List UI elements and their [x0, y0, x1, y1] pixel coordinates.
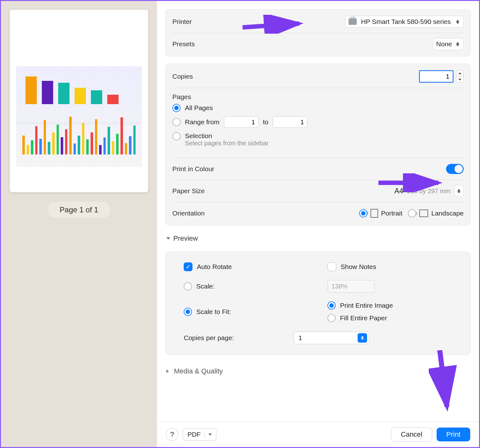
checkbox-icon: [327, 262, 336, 271]
portrait-icon: [371, 209, 378, 218]
chevron-down-icon: [166, 237, 170, 240]
stepper-up[interactable]: [456, 70, 463, 77]
printer-label: Printer: [172, 18, 192, 25]
fill-entire-paper-option[interactable]: Fill Entire Paper: [327, 314, 459, 322]
printer-value: HP Smart Tank 580-590 series: [361, 18, 451, 25]
copies-per-page-select[interactable]: 1: [294, 332, 369, 344]
pages-selection-label: Selection: [185, 132, 269, 140]
stepper-down[interactable]: [456, 77, 463, 83]
orientation-portrait-label: Portrait: [381, 210, 403, 217]
pages-all-option[interactable]: All Pages: [172, 104, 464, 112]
chevron-right-icon: [166, 369, 171, 373]
presets-row: Presets None: [172, 33, 464, 55]
radio-icon: [184, 282, 192, 290]
updown-icon: [358, 333, 367, 343]
show-notes-option[interactable]: Show Notes: [327, 262, 459, 271]
media-quality-title: Media & Quality: [174, 367, 223, 375]
show-notes-label: Show Notes: [341, 263, 376, 271]
auto-rotate-option[interactable]: ✓ Auto Rotate: [184, 262, 315, 271]
scale-to-fit-option[interactable]: Scale to Fit:: [184, 308, 315, 316]
landscape-icon: [419, 210, 428, 217]
copies-per-page-row: Copies per page: 1: [184, 332, 459, 344]
orientation-landscape-label: Landscape: [431, 210, 464, 217]
scale-label: Scale:: [196, 283, 215, 290]
preview-sidebar: Page 1 of 1: [1, 1, 157, 447]
pages-range-option[interactable]: Range from to: [172, 116, 464, 128]
radio-icon: [359, 209, 367, 217]
print-entire-image-option[interactable]: Print Entire Image: [327, 301, 459, 310]
paper-size-label: Paper Size: [172, 187, 205, 195]
range-to-input[interactable]: [273, 116, 307, 128]
fill-entire-paper-label: Fill Entire Paper: [340, 314, 387, 322]
pages-selection-option[interactable]: Selection Select pages from the sidebar: [172, 132, 464, 147]
preview-panel: ✓ Auto Rotate Show Notes Scale: Scale to…: [165, 251, 471, 355]
svg-line-2: [440, 350, 447, 407]
preview-image: [16, 66, 142, 167]
presets-label: Presets: [172, 40, 195, 48]
radio-icon: [172, 104, 181, 112]
page-indicator: Page 1 of 1: [47, 202, 110, 218]
printer-row: Printer HP Smart Tank 580-590 series: [172, 11, 464, 33]
page-options-panel: Copies Pages All Pages: [165, 64, 471, 226]
copies-per-page-value: 1: [299, 334, 302, 342]
printer-select[interactable]: HP Smart Tank 580-590 series: [345, 16, 464, 28]
scale-to-fit-label: Scale to Fit:: [196, 308, 231, 316]
updown-icon: [455, 20, 460, 24]
copies-stepper[interactable]: [456, 70, 464, 83]
pages-row: Pages All Pages Range from to: [172, 88, 464, 158]
copies-label: Copies: [172, 73, 193, 80]
preview-section-title: Preview: [173, 234, 198, 243]
orientation-landscape-option[interactable]: Landscape: [408, 209, 464, 217]
radio-icon: [184, 308, 192, 316]
pages-range-from-label: Range from: [185, 118, 220, 126]
scale-option[interactable]: Scale:: [184, 282, 315, 290]
copies-input[interactable]: [419, 70, 454, 83]
orientation-row: Orientation Portrait Landscape: [172, 202, 464, 224]
pages-all-label: All Pages: [185, 104, 213, 112]
updown-icon: [455, 42, 460, 46]
print-button[interactable]: Print: [437, 428, 470, 441]
annotation-arrow-icon: [243, 15, 305, 34]
pages-selection-hint: Select pages from the sidebar: [185, 140, 269, 147]
annotation-arrow-icon: [429, 350, 457, 413]
pdf-menu-button[interactable]: PDF: [183, 428, 216, 441]
annotation-arrow-icon: [378, 173, 444, 192]
paper-size-select[interactable]: [454, 185, 464, 197]
pdf-label: PDF: [187, 431, 201, 438]
orientation-portrait-option[interactable]: Portrait: [359, 209, 403, 218]
preview-section-toggle[interactable]: Preview: [165, 232, 471, 244]
presets-value: None: [436, 40, 452, 48]
scale-input[interactable]: [327, 280, 375, 293]
radio-icon: [172, 132, 181, 140]
radio-icon: [327, 314, 336, 322]
print-dialog: Page 1 of 1 Printer HP Smart Tank 580-59…: [0, 0, 480, 448]
print-entire-image-label: Print Entire Image: [340, 302, 393, 309]
printer-presets-panel: Printer HP Smart Tank 580-590 series Pre…: [165, 9, 471, 57]
svg-line-0: [243, 24, 299, 27]
presets-select[interactable]: None: [433, 38, 464, 50]
radio-icon: [172, 118, 181, 126]
chevron-down-icon: [209, 434, 212, 435]
print-colour-label: Print in Colour: [172, 165, 214, 173]
cancel-button[interactable]: Cancel: [391, 428, 432, 441]
pages-range-to-label: to: [263, 118, 269, 126]
auto-rotate-label: Auto Rotate: [197, 263, 232, 271]
range-from-input[interactable]: [224, 116, 259, 128]
radio-icon: [327, 301, 336, 310]
updown-icon: [456, 189, 461, 193]
copies-per-page-label: Copies per page:: [184, 334, 234, 342]
print-colour-toggle[interactable]: [446, 164, 464, 174]
help-button[interactable]: ?: [166, 428, 178, 441]
media-quality-section-toggle[interactable]: Media & Quality: [165, 365, 471, 377]
orientation-label: Orientation: [172, 210, 205, 217]
checkbox-icon: ✓: [184, 262, 193, 271]
dialog-footer: ? PDF Cancel Print: [157, 422, 479, 447]
radio-icon: [408, 209, 416, 217]
printer-icon: [349, 19, 357, 25]
preview-thumbnail[interactable]: [10, 10, 148, 192]
pages-label: Pages: [172, 93, 191, 100]
copies-row: Copies: [172, 65, 464, 88]
